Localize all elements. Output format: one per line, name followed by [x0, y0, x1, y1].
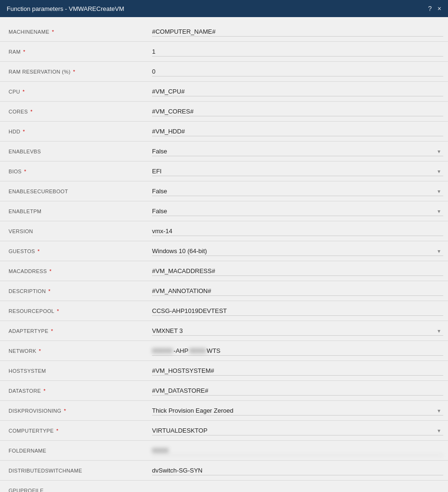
label-diskprovisioning: DISKPROVISIONING * — [0, 404, 147, 417]
modal-header: Function parameters - VMWARECreateVM ? × — [0, 0, 448, 17]
form-row-hostsystem: HOSTSYSTEM — [0, 361, 448, 381]
required-star: * — [21, 129, 25, 134]
required-star: * — [49, 328, 53, 334]
required-star: * — [21, 89, 25, 95]
label-guestos: GUESTOS * — [0, 245, 147, 258]
label-version: VERSION — [0, 225, 147, 238]
select-guestos[interactable]: Windows 10 (64-bit)Windows 11 (64-bit)Wi… — [152, 246, 443, 256]
value-computertype: VIRTUALDESKTOPSERVER — [147, 423, 448, 438]
select-bios[interactable]: EFIBIOS — [152, 167, 443, 176]
required-star: * — [36, 248, 40, 254]
select-wrapper-enabletpm: FalseTrue — [152, 207, 443, 216]
input-resourcepool[interactable] — [152, 306, 443, 316]
label-hdd: HDD * — [0, 125, 147, 138]
value-network: XXXXX-AHPXXXXWTS — [147, 343, 448, 359]
form-row-ram-reservation: RAM RESERVATION (%) * — [0, 62, 448, 82]
header-icons: ? × — [428, 5, 441, 12]
input-macaddress[interactable] — [152, 266, 443, 276]
form-row-adaptertype: ADAPTERTYPE *VMXNET 3E1000E1000E — [0, 321, 448, 341]
form-row-enablevbs: ENABLEVBSFalseTrue — [0, 142, 448, 161]
value-cores — [147, 104, 448, 119]
value-ram — [147, 44, 448, 59]
label-machinename: MACHINENAME * — [0, 25, 147, 38]
modal-body: MACHINENAME *RAM *RAM RESERVATION (%) *C… — [0, 17, 448, 492]
select-computertype[interactable]: VIRTUALDESKTOPSERVER — [152, 426, 443, 435]
value-resourcepool — [147, 303, 448, 319]
value-cpu — [147, 84, 448, 99]
label-enablesecureboot: ENABLESECUREBOOT — [0, 185, 147, 198]
blurred-foldername: XXXX — [152, 446, 443, 455]
input-gpuprofile[interactable] — [152, 486, 443, 492]
required-star: * — [48, 268, 52, 274]
required-star: * — [37, 348, 41, 354]
input-description[interactable] — [152, 286, 443, 296]
form-container: MACHINENAME *RAM *RAM RESERVATION (%) *C… — [0, 17, 448, 492]
input-cpu[interactable] — [152, 87, 443, 96]
required-star: * — [50, 29, 54, 35]
select-wrapper-diskprovisioning: Thick Provision Eager ZeroedThin Provisi… — [152, 406, 443, 416]
close-icon[interactable]: × — [438, 5, 441, 12]
select-enablevbs[interactable]: FalseTrue — [152, 147, 443, 156]
required-star: * — [71, 69, 75, 75]
static-distributedswitchname: dvSwitch-SG-SYN — [152, 466, 443, 475]
form-row-enabletpm: ENABLETPMFalseTrue — [0, 201, 448, 221]
modal-title: Function parameters - VMWARECreateVM — [7, 5, 124, 12]
input-cores[interactable] — [152, 107, 443, 116]
value-bios: EFIBIOS — [147, 164, 448, 179]
input-hostsystem[interactable] — [152, 366, 443, 376]
select-adaptertype[interactable]: VMXNET 3E1000E1000E — [152, 326, 443, 336]
label-macaddress: MACADDRESS * — [0, 265, 147, 278]
input-datastore[interactable] — [152, 386, 443, 396]
value-ram-reservation — [147, 64, 448, 79]
input-hdd[interactable] — [152, 127, 443, 136]
blurred-network-prefix1: XXXXX — [152, 347, 172, 354]
value-diskprovisioning: Thick Provision Eager ZeroedThin Provisi… — [147, 403, 448, 418]
label-datastore: DATASTORE * — [0, 384, 147, 397]
required-star: * — [42, 388, 46, 394]
form-row-computertype: COMPUTERTYPE *VIRTUALDESKTOPSERVER — [0, 421, 448, 441]
value-description — [147, 284, 448, 299]
form-row-bios: BIOS *EFIBIOS — [0, 161, 448, 181]
value-machinename — [147, 24, 448, 39]
form-row-resourcepool: RESOURCEPOOL * — [0, 301, 448, 321]
input-machinename[interactable] — [152, 27, 443, 37]
form-row-macaddress: MACADDRESS * — [0, 261, 448, 281]
required-star: * — [23, 169, 27, 174]
help-icon[interactable]: ? — [428, 5, 432, 12]
value-adaptertype: VMXNET 3E1000E1000E — [147, 323, 448, 339]
label-ram: RAM * — [0, 45, 147, 58]
form-row-diskprovisioning: DISKPROVISIONING *Thick Provision Eager … — [0, 401, 448, 421]
required-star: * — [56, 308, 59, 314]
form-row-network: NETWORK *XXXXX-AHPXXXXWTS — [0, 341, 448, 361]
select-wrapper-bios: EFIBIOS — [152, 167, 443, 176]
form-row-description: DESCRIPTION * — [0, 281, 448, 301]
select-wrapper-enablevbs: FalseTrue — [152, 147, 443, 156]
label-network: NETWORK * — [0, 344, 147, 358]
label-cores: CORES * — [0, 105, 147, 118]
select-wrapper-enablesecureboot: FalseTrue — [152, 187, 443, 196]
label-resourcepool: RESOURCEPOOL * — [0, 304, 147, 318]
select-wrapper-adaptertype: VMXNET 3E1000E1000E — [152, 326, 443, 336]
select-diskprovisioning[interactable]: Thick Provision Eager ZeroedThin Provisi… — [152, 406, 443, 416]
label-enabletpm: ENABLETPM — [0, 205, 147, 218]
value-macaddress — [147, 264, 448, 279]
input-ram[interactable] — [152, 47, 443, 57]
value-version: vmx-14 — [147, 224, 448, 239]
label-hostsystem: HOSTSYSTEM — [0, 364, 147, 378]
value-hdd — [147, 124, 448, 139]
label-description: DESCRIPTION * — [0, 284, 147, 298]
value-enabletpm: FalseTrue — [147, 204, 448, 219]
input-ram-reservation[interactable] — [152, 67, 443, 76]
label-computertype: COMPUTERTYPE * — [0, 424, 147, 437]
form-row-ram: RAM * — [0, 42, 448, 62]
form-row-enablesecureboot: ENABLESECUREBOOTFalseTrue — [0, 181, 448, 201]
label-ram-reservation: RAM RESERVATION (%) * — [0, 65, 147, 78]
value-distributedswitchname: dvSwitch-SG-SYN — [147, 463, 448, 478]
value-guestos: Windows 10 (64-bit)Windows 11 (64-bit)Wi… — [147, 244, 448, 259]
required-star: * — [55, 428, 58, 434]
network-suffix: WTS — [207, 347, 220, 354]
form-row-gpuprofile: GPUPROFILE — [0, 481, 448, 492]
select-enabletpm[interactable]: FalseTrue — [152, 207, 443, 216]
modal-window: Function parameters - VMWARECreateVM ? ×… — [0, 0, 448, 492]
select-enablesecureboot[interactable]: FalseTrue — [152, 187, 443, 196]
